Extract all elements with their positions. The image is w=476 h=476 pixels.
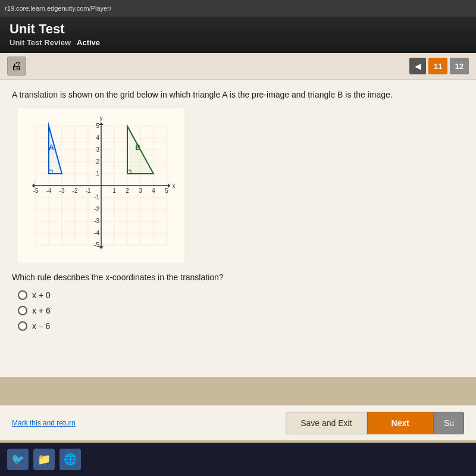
option-3-label: x – 6: [32, 321, 50, 331]
radio-3[interactable]: [18, 321, 27, 331]
submit-button[interactable]: Su: [434, 412, 464, 434]
footer: Mark this and return Save and Exit Next …: [0, 405, 476, 440]
browser-bar: r19.core.learn.edgenuity.com/Player/: [0, 0, 476, 17]
prev-page-button[interactable]: ◀: [409, 58, 426, 74]
option-1[interactable]: x + 0: [18, 290, 464, 300]
coordinate-graph: [18, 108, 184, 263]
print-icon[interactable]: 🖨: [7, 57, 26, 76]
content-area: A translation is shown on the grid below…: [0, 80, 476, 377]
taskbar: 🐦 📁 🌐: [0, 443, 476, 476]
which-rule-text: Which rule describes the x-coordinates i…: [12, 273, 464, 282]
answer-options: x + 0 x + 6 x – 6: [12, 290, 464, 331]
taskbar-icon-2[interactable]: 📁: [33, 449, 55, 470]
radio-2[interactable]: [18, 306, 27, 315]
footer-buttons: Save and Exit Next Su: [286, 412, 464, 434]
browser-url: r19.core.learn.edgenuity.com/Player/: [5, 5, 111, 12]
graph-container: [18, 108, 184, 263]
option-3[interactable]: x – 6: [18, 321, 464, 331]
page-title: Unit Test: [10, 21, 466, 37]
header: Unit Test Unit Test Review Active: [0, 17, 476, 53]
nav-controls: ◀ 11 12: [409, 58, 469, 74]
save-exit-button[interactable]: Save and Exit: [286, 412, 367, 434]
option-2-label: x + 6: [32, 306, 51, 315]
next-button[interactable]: Next: [367, 412, 434, 434]
question-text: A translation is shown on the grid below…: [12, 89, 464, 101]
radio-1[interactable]: [18, 290, 27, 300]
toolbar: 🖨 ◀ 11 12: [0, 53, 476, 80]
subtitle: Unit Test Review: [10, 38, 71, 47]
option-1-label: x + 0: [32, 290, 51, 300]
next-page-num[interactable]: 12: [450, 58, 469, 74]
subtitle-row: Unit Test Review Active: [10, 38, 466, 47]
taskbar-icon-1[interactable]: 🐦: [7, 449, 29, 470]
current-page-num[interactable]: 11: [428, 58, 447, 74]
option-2[interactable]: x + 6: [18, 306, 464, 315]
mark-return-link[interactable]: Mark this and return: [12, 419, 76, 427]
active-badge: Active: [77, 38, 100, 47]
taskbar-icon-3[interactable]: 🌐: [60, 449, 81, 470]
